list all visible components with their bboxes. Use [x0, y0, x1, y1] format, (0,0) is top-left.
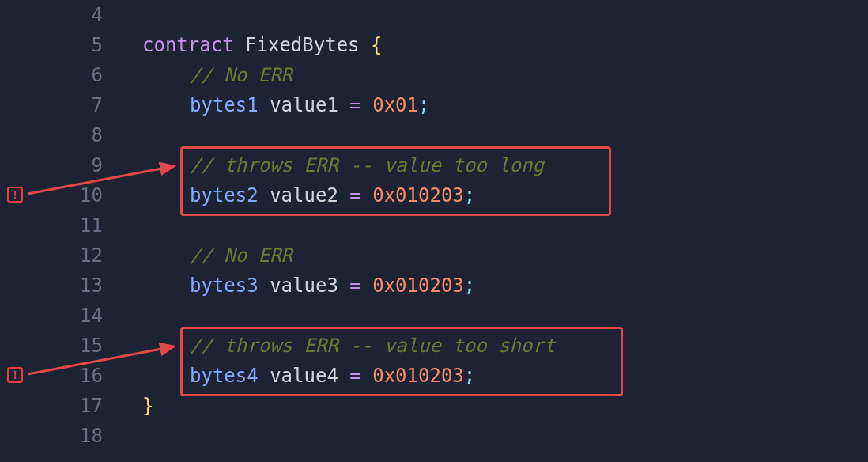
- code-line: // throws ERR -- value too long: [119, 150, 868, 180]
- code-line: [119, 210, 868, 240]
- code-line: [119, 421, 868, 451]
- type: bytes1: [190, 94, 259, 116]
- comment: // No ERR: [190, 244, 292, 267]
- operator: =: [349, 365, 360, 387]
- line-number[interactable]: 12: [32, 240, 103, 271]
- code-editor: ! ! 4 5 6 7 8 9 10 11 12 13 14 15 16 17 …: [0, 0, 868, 462]
- identifier: value4: [270, 365, 338, 387]
- number-literal: 0x010203: [372, 184, 464, 206]
- code-line: bytes2 value2 = 0x010203;: [119, 180, 868, 210]
- line-number[interactable]: 4: [32, 0, 103, 30]
- line-number[interactable]: 7: [32, 90, 103, 120]
- semicolon: ;: [464, 365, 475, 387]
- line-number[interactable]: 17: [32, 391, 103, 421]
- line-number[interactable]: 5: [32, 30, 103, 60]
- comment: // throws ERR -- value too short: [190, 335, 555, 357]
- line-number[interactable]: 6: [32, 60, 103, 90]
- identifier: value2: [270, 184, 338, 206]
- line-number[interactable]: 10: [32, 180, 103, 210]
- number-literal: 0x01: [372, 94, 418, 116]
- brace: }: [142, 395, 153, 417]
- line-number[interactable]: 15: [32, 331, 103, 361]
- code-line: [119, 0, 868, 30]
- identifier: value1: [270, 94, 338, 116]
- operator: =: [349, 94, 360, 116]
- operator: =: [349, 275, 360, 297]
- line-number[interactable]: 13: [32, 271, 103, 301]
- operator: =: [349, 184, 360, 206]
- margin-column: ! !: [0, 0, 32, 462]
- error-icon[interactable]: !: [7, 367, 23, 383]
- type: bytes3: [190, 275, 259, 297]
- brace: {: [371, 34, 382, 56]
- code-line: }: [119, 391, 868, 421]
- semicolon: ;: [418, 94, 429, 116]
- comment: // No ERR: [190, 64, 292, 86]
- code-line: contract FixedBytes {: [119, 30, 868, 60]
- line-number[interactable]: 18: [32, 421, 103, 451]
- semicolon: ;: [464, 275, 475, 297]
- code-line: // No ERR: [119, 240, 868, 271]
- semicolon: ;: [464, 184, 475, 206]
- identifier: FixedBytes: [245, 34, 360, 56]
- code-line: // No ERR: [119, 60, 868, 90]
- code-line: bytes4 value4 = 0x010203;: [119, 361, 868, 391]
- error-icon[interactable]: !: [7, 187, 23, 203]
- number-literal: 0x010203: [372, 365, 464, 387]
- code-line: bytes1 value1 = 0x01;: [119, 90, 868, 120]
- code-line: bytes3 value3 = 0x010203;: [119, 271, 868, 301]
- identifier: value3: [270, 275, 338, 297]
- line-number[interactable]: 16: [32, 361, 103, 391]
- code-line: [119, 120, 868, 150]
- code-line: [119, 301, 868, 331]
- comment: // throws ERR -- value too long: [190, 154, 544, 176]
- line-number-gutter: 4 5 6 7 8 9 10 11 12 13 14 15 16 17 18: [32, 0, 119, 462]
- type: bytes4: [190, 365, 259, 387]
- number-literal: 0x010203: [372, 275, 464, 297]
- code-content[interactable]: contract FixedBytes { // No ERR bytes1 v…: [119, 0, 868, 462]
- line-number[interactable]: 9: [32, 150, 103, 180]
- code-line: // throws ERR -- value too short: [119, 331, 868, 361]
- line-number[interactable]: 14: [32, 301, 103, 331]
- keyword-contract: contract: [142, 34, 234, 56]
- line-number[interactable]: 11: [32, 210, 103, 240]
- type: bytes2: [190, 184, 259, 206]
- line-number[interactable]: 8: [32, 120, 103, 150]
